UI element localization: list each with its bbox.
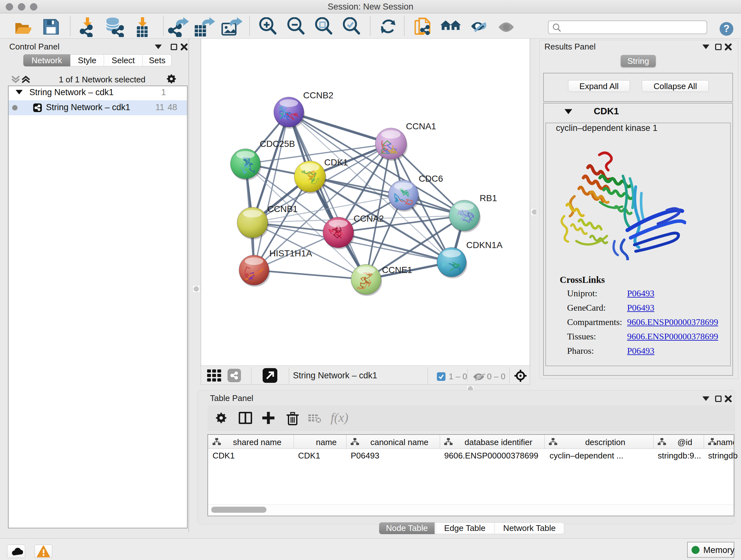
svg-text:RB1: RB1 [480,193,497,203]
svg-text:CCNA2: CCNA2 [354,213,384,224]
svg-text:CCNE1: CCNE1 [382,265,412,275]
svg-text:CCNA1: CCNA1 [406,121,436,131]
svg-text:CDC6: CDC6 [419,174,443,184]
svg-text:CCNB1: CCNB1 [267,204,298,214]
svg-text:CDK1: CDK1 [324,158,348,167]
svg-text:HIST1H1A: HIST1H1A [269,248,312,258]
svg-text:CDC25B: CDC25B [260,139,295,149]
svg-text:CCNB2: CCNB2 [303,90,333,100]
svg-text:CDKN1A: CDKN1A [466,240,502,250]
